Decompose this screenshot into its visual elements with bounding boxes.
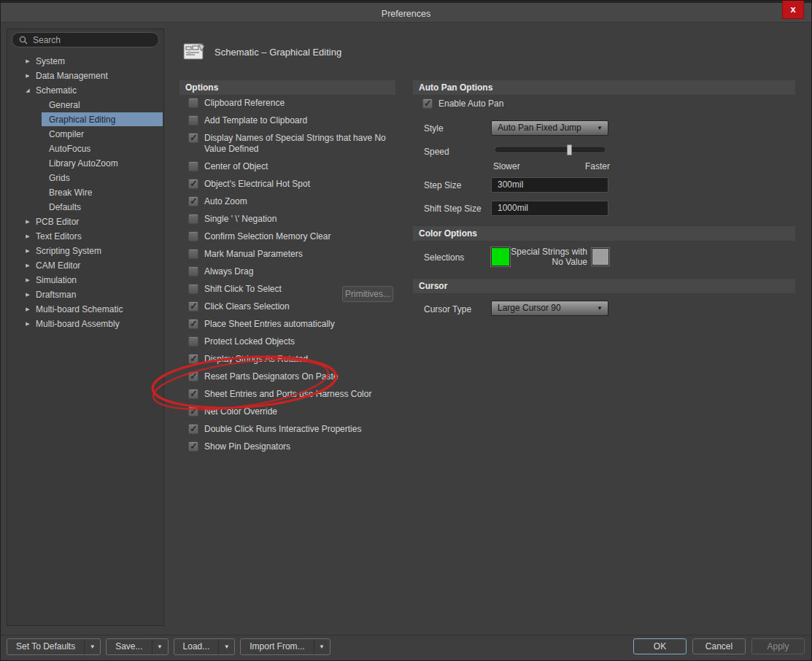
option-checkbox-net-color-override[interactable] [188, 406, 198, 417]
option-checkbox-clipboard-reference[interactable] [188, 98, 198, 108]
option-row: Display Strings As Rotated [179, 354, 395, 365]
apply-button[interactable]: Apply [751, 638, 805, 654]
sidebar-item-compiler[interactable]: Compiler [7, 127, 163, 142]
tree-collapsed-icon[interactable]: ▶ [24, 248, 31, 254]
option-checkbox-show-pin-designators[interactable] [188, 441, 198, 452]
sidebar-item-multi-board-assembly[interactable]: ▶Multi-board Assembly [7, 317, 163, 331]
style-dropdown-value: Auto Pan Fixed Jump [498, 123, 581, 133]
sidebar-item-draftsman[interactable]: ▶Draftsman [7, 287, 163, 302]
sidebar-item-cam-editor[interactable]: ▶CAM Editor [7, 258, 163, 273]
option-row: Center of Object [179, 161, 395, 172]
tree-collapsed-icon[interactable]: ▶ [24, 73, 31, 79]
sidebar-item-scripting-system[interactable]: ▶Scripting System [7, 244, 163, 258]
option-checkbox-confirm-selection-memory-clear[interactable] [188, 231, 198, 241]
shift-step-size-input[interactable]: 1000mil [491, 201, 608, 216]
sidebar-item-simulation[interactable]: ▶Simulation [7, 273, 163, 287]
option-row: Place Sheet Entries automatically [179, 319, 395, 330]
option-checkbox-display-strings-as-rotated[interactable] [188, 354, 198, 364]
chevron-down-icon[interactable]: ▼ [218, 639, 234, 654]
option-checkbox-sheet-entries-and-ports-use-harness-colo[interactable] [188, 389, 198, 399]
cursor-type-dropdown[interactable]: Large Cursor 90 ▼ [491, 301, 608, 316]
option-checkbox-place-sheet-entries-automatically[interactable] [188, 319, 198, 329]
sidebar-item-system[interactable]: ▶System [7, 54, 163, 69]
search-icon [19, 36, 28, 45]
option-checkbox-shift-click-to-select[interactable] [188, 284, 198, 294]
tree-collapsed-icon[interactable]: ▶ [24, 233, 31, 239]
tree-collapsed-icon[interactable]: ▶ [24, 292, 31, 298]
ok-button[interactable]: OK [633, 638, 687, 654]
button-label[interactable]: Import From... [241, 639, 313, 654]
tree-expanded-icon[interactable]: ◢ [24, 88, 31, 93]
cancel-button[interactable]: Cancel [692, 638, 746, 654]
option-row: Mark Manual Parameters [179, 249, 395, 260]
options-section-header: Options [179, 80, 395, 95]
option-checkbox-click-clears-selection[interactable] [188, 301, 198, 312]
save-button[interactable]: Save...▼ [106, 638, 168, 655]
option-checkbox-always-drag[interactable] [188, 266, 198, 277]
speed-label: Speed [424, 147, 449, 157]
color-options-section-header: Color Options [413, 226, 795, 241]
option-checkbox-center-of-object[interactable] [188, 161, 198, 171]
option-checkbox-auto-zoom[interactable] [188, 196, 198, 206]
chevron-down-icon[interactable]: ▼ [84, 639, 100, 654]
sidebar-item-general[interactable]: General [7, 98, 163, 112]
sidebar-item-text-editors[interactable]: ▶Text Editors [7, 229, 163, 244]
enable-auto-pan-checkbox[interactable] [422, 98, 433, 109]
sidebar-item-grids[interactable]: Grids [7, 171, 163, 185]
option-checkbox-protect-locked-objects[interactable] [188, 336, 198, 347]
tree-collapsed-icon[interactable]: ▶ [24, 58, 31, 64]
button-label[interactable]: Set To Defaults [7, 639, 84, 654]
search-input[interactable]: Search [12, 32, 159, 47]
option-checkbox-display-names-of-special-strings-that-ha[interactable] [188, 133, 198, 143]
option-label: Display Strings As Rotated [204, 354, 308, 365]
option-checkbox-object-s-electrical-hot-spot[interactable] [188, 179, 198, 189]
style-dropdown[interactable]: Auto Pan Fixed Jump ▼ [491, 120, 608, 136]
option-checkbox-reset-parts-designators-on-paste[interactable] [188, 371, 198, 382]
sidebar-item-data-management[interactable]: ▶Data Management [7, 69, 163, 83]
footer-right-buttons: OK Cancel Apply [633, 638, 805, 654]
option-label: Reset Parts Designators On Paste [204, 371, 338, 382]
enable-auto-pan-label: Enable Auto Pan [438, 98, 503, 109]
import-from-button[interactable]: Import From...▼ [240, 638, 330, 655]
enable-auto-pan-row: Enable Auto Pan [422, 98, 503, 109]
sidebar-item-pcb-editor[interactable]: ▶PCB Editor [7, 214, 163, 229]
tree-collapsed-icon[interactable]: ▶ [24, 263, 31, 268]
sidebar-item-autofocus[interactable]: AutoFocus [7, 142, 163, 156]
chevron-down-icon[interactable]: ▼ [152, 639, 168, 654]
sidebar-item-schematic[interactable]: ◢Schematic [7, 83, 163, 98]
sidebar-item-library-autozoom[interactable]: Library AutoZoom [7, 156, 163, 171]
speed-slider-thumb[interactable] [567, 144, 572, 155]
special-strings-color-swatch[interactable] [592, 248, 609, 266]
window-title: Preferences [1, 9, 811, 19]
load-button[interactable]: Load...▼ [174, 638, 236, 655]
sidebar-item-graphical-editing[interactable]: Graphical Editing [7, 112, 163, 127]
option-checkbox-mark-manual-parameters[interactable] [188, 249, 198, 259]
tree-collapsed-icon[interactable]: ▶ [24, 321, 31, 327]
tree-collapsed-icon[interactable]: ▶ [24, 277, 31, 283]
option-row: Object's Electrical Hot Spot [179, 179, 395, 190]
option-row: Confirm Selection Memory Clear [179, 231, 395, 242]
option-checkbox-double-click-runs-interactive-properties[interactable] [188, 424, 198, 434]
set-to-defaults-button[interactable]: Set To Defaults▼ [7, 638, 101, 655]
tree-collapsed-icon[interactable]: ▶ [24, 306, 31, 312]
option-checkbox-single-negation[interactable] [188, 214, 198, 224]
sidebar-item-label: Multi-board Assembly [36, 319, 120, 329]
option-checkbox-add-template-to-clipboard[interactable] [188, 115, 198, 125]
step-size-input[interactable]: 300mil [491, 177, 608, 193]
sidebar-item-label: Schematic [36, 85, 77, 96]
button-label[interactable]: Save... [107, 639, 151, 654]
option-label: Auto Zoom [204, 196, 247, 207]
option-row: Click Clears Selection [179, 301, 395, 312]
speed-slider[interactable] [495, 147, 605, 152]
close-button[interactable]: x [782, 1, 804, 19]
sidebar-item-label: CAM Editor [36, 260, 80, 271]
chevron-down-icon[interactable]: ▼ [314, 639, 330, 654]
sidebar-item-defaults[interactable]: Defaults [7, 200, 163, 214]
sidebar-item-break-wire[interactable]: Break Wire [7, 185, 163, 200]
primitives-button[interactable]: Primitives... [342, 286, 393, 302]
button-label[interactable]: Load... [174, 639, 219, 654]
sidebar-item-multi-board-schematic[interactable]: ▶Multi-board Schematic [7, 302, 163, 317]
option-label: Mark Manual Parameters [204, 249, 303, 260]
selections-color-swatch[interactable] [491, 247, 510, 266]
tree-collapsed-icon[interactable]: ▶ [24, 219, 31, 225]
